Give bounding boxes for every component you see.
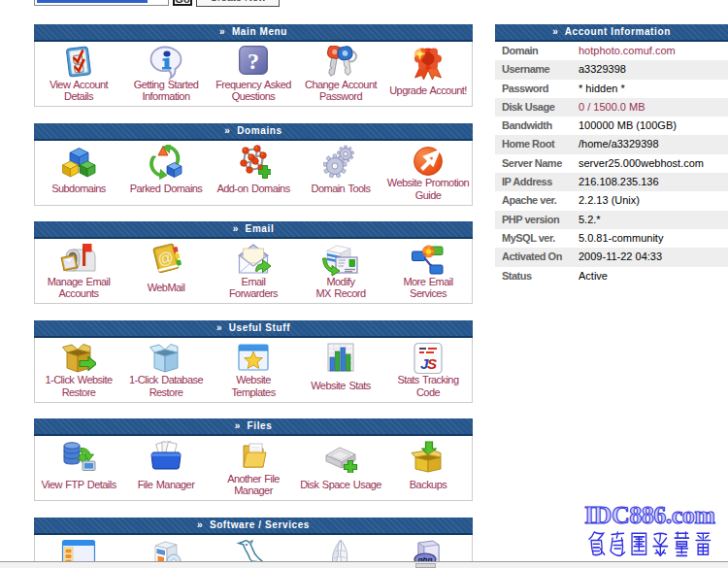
svg-text:S: S [427,355,437,372]
svg-text:?: ? [248,49,259,74]
